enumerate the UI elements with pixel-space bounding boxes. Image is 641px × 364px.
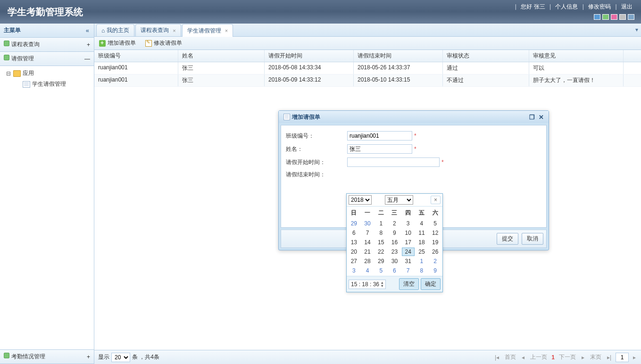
calendar-day[interactable]: 9 <box>388 229 401 237</box>
calendar-day[interactable]: 29 <box>348 219 360 228</box>
calendar-day[interactable]: 5 <box>429 219 441 228</box>
calendar-day[interactable]: 15 <box>375 238 387 247</box>
sidebar-item-attendance[interactable]: 考勤情况管理 + <box>0 349 94 364</box>
theme-swatch[interactable] <box>628 14 634 20</box>
column-header[interactable]: 请假开始时间 <box>265 50 354 62</box>
column-header[interactable]: 请假结束时间 <box>354 50 443 62</box>
start-time-input[interactable] <box>347 157 440 167</box>
submit-button[interactable]: 提交 <box>497 233 518 245</box>
tree-toggle-icon[interactable]: ⊟ <box>6 70 11 77</box>
theme-swatch[interactable] <box>619 14 626 20</box>
plus-icon[interactable]: + <box>87 354 90 360</box>
plus-icon[interactable]: + <box>87 41 90 48</box>
calendar-day[interactable]: 26 <box>429 248 441 256</box>
calendar-day[interactable]: 7 <box>402 266 415 275</box>
last-page-button[interactable]: 末页 <box>589 353 603 361</box>
calendar-day[interactable]: 6 <box>348 229 360 237</box>
calendar-day[interactable]: 21 <box>361 248 374 256</box>
tab-menu-icon[interactable]: ▾ <box>635 26 638 33</box>
first-page-button[interactable]: 首页 <box>503 353 517 361</box>
calendar-day[interactable]: 2 <box>429 257 441 265</box>
calendar-day[interactable]: 31 <box>402 257 415 265</box>
page-input[interactable] <box>616 353 629 362</box>
clear-button[interactable]: 清空 <box>399 278 419 290</box>
calendar-day[interactable]: 25 <box>416 248 428 256</box>
tab-课程表查询[interactable]: 课程表查询× <box>135 24 181 36</box>
calendar-day[interactable]: 11 <box>416 229 428 237</box>
sidebar-item-leave[interactable]: 请假管理 — <box>0 52 94 66</box>
add-button[interactable]: + 增加请假单 <box>97 38 138 48</box>
calendar-day[interactable]: 1 <box>416 257 428 265</box>
column-header[interactable]: 姓名 <box>178 50 265 62</box>
maximize-icon[interactable]: ❐ <box>527 114 537 121</box>
close-icon[interactable]: ✕ <box>537 114 546 121</box>
class-input[interactable] <box>347 131 412 141</box>
calendar-day[interactable]: 20 <box>348 248 360 256</box>
name-input[interactable] <box>347 144 412 154</box>
tab-close-icon[interactable]: × <box>225 28 228 33</box>
column-header[interactable]: 审核状态 <box>443 50 529 62</box>
profile-link[interactable]: 个人信息 <box>553 3 580 10</box>
tab-学生请假管理[interactable]: 学生请假管理× <box>182 24 233 37</box>
year-select[interactable]: 2018 <box>349 195 372 205</box>
calendar-day[interactable]: 8 <box>375 229 387 237</box>
tree-node-leave-mgmt[interactable]: 学生请假管理 <box>0 79 94 90</box>
calendar-day[interactable]: 8 <box>416 266 428 275</box>
go-page-icon[interactable]: ▸ <box>632 354 637 361</box>
password-link[interactable]: 修改密码 <box>586 3 613 10</box>
next-page-button[interactable]: 下一页 <box>558 353 577 361</box>
calendar-day[interactable]: 28 <box>361 257 374 265</box>
theme-swatch[interactable] <box>602 14 609 20</box>
calendar-day[interactable]: 2 <box>388 219 401 228</box>
tree-node-app[interactable]: ⊟ 应用 <box>0 68 94 79</box>
calendar-day[interactable]: 14 <box>361 238 374 247</box>
prev-page-button[interactable]: 上一页 <box>529 353 549 361</box>
calendar-day[interactable]: 7 <box>361 229 374 237</box>
datepicker-close-button[interactable]: × <box>431 196 441 204</box>
time-spinner[interactable]: ▴▾ <box>381 281 383 288</box>
calendar-day[interactable]: 23 <box>388 248 401 256</box>
calendar-day[interactable]: 18 <box>416 238 428 247</box>
edit-button[interactable]: ✎ 修改请假单 <box>143 38 184 48</box>
minus-icon[interactable]: — <box>84 56 90 62</box>
calendar-day[interactable]: 22 <box>375 248 387 256</box>
logout-link[interactable]: 退出 <box>619 3 634 10</box>
calendar-day[interactable]: 17 <box>402 238 415 247</box>
column-header[interactable]: 班级编号 <box>94 50 178 62</box>
tab-我的主页[interactable]: ⌂我的主页 <box>96 24 134 36</box>
calendar-day[interactable]: 4 <box>416 219 428 228</box>
calendar-day[interactable]: 24 <box>402 248 415 256</box>
calendar-day[interactable]: 5 <box>375 266 387 275</box>
calendar-day[interactable]: 9 <box>429 266 441 275</box>
tab-close-icon[interactable]: × <box>173 28 175 33</box>
dialog-titlebar[interactable]: 增加请假单 ❐ ✕ <box>279 111 549 123</box>
first-page-icon[interactable]: |◂ <box>493 354 500 361</box>
next-page-icon[interactable]: ▸ <box>580 354 586 361</box>
prev-page-icon[interactable]: ◂ <box>520 354 526 361</box>
table-row[interactable]: ruanjian001张三2018-05-09 14:33:122018-05-… <box>94 74 641 87</box>
calendar-day[interactable]: 10 <box>402 229 415 237</box>
calendar-day[interactable]: 1 <box>375 219 387 228</box>
calendar-day[interactable]: 13 <box>348 238 360 247</box>
calendar-day[interactable]: 19 <box>429 238 441 247</box>
calendar-day[interactable]: 30 <box>361 219 374 228</box>
calendar-day[interactable]: 3 <box>402 219 415 228</box>
last-page-icon[interactable]: ▸| <box>606 354 613 361</box>
calendar-day[interactable]: 16 <box>388 238 401 247</box>
table-row[interactable]: ruanjian001张三2018-05-08 14:33:342018-05-… <box>94 62 641 74</box>
column-header[interactable]: 审核意见 <box>529 50 624 62</box>
page-size-select[interactable]: 20 <box>111 353 130 362</box>
ok-button[interactable]: 确定 <box>421 278 441 290</box>
time-input[interactable]: 15 : 18 : 36 ▴▾ <box>349 280 386 289</box>
theme-swatch[interactable] <box>594 14 600 20</box>
calendar-day[interactable]: 4 <box>361 266 374 275</box>
sidebar-item-schedule[interactable]: 课程表查询 + <box>0 38 94 52</box>
calendar-day[interactable]: 27 <box>348 257 360 265</box>
collapse-icon[interactable]: « <box>85 27 90 34</box>
calendar-day[interactable]: 12 <box>429 229 441 237</box>
calendar-day[interactable]: 3 <box>348 266 360 275</box>
month-select[interactable]: 五月 <box>385 195 413 205</box>
cancel-button[interactable]: 取消 <box>522 233 543 245</box>
calendar-day[interactable]: 29 <box>375 257 387 265</box>
calendar-day[interactable]: 6 <box>388 266 401 275</box>
